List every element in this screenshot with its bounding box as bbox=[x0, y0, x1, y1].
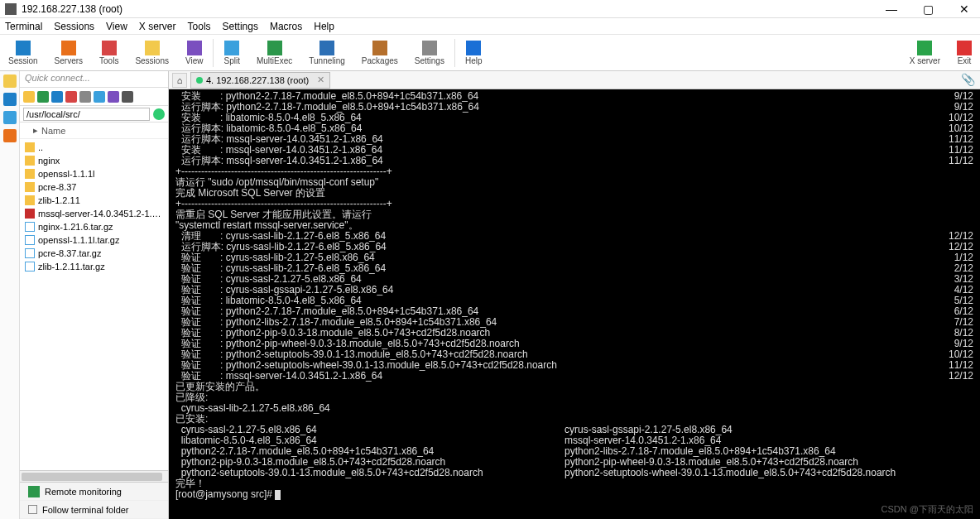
session-tab[interactable]: 4. 192.168.227.138 (root) ✕ bbox=[190, 72, 330, 89]
gz-icon bbox=[25, 222, 35, 232]
servers-icon bbox=[61, 41, 76, 55]
paperclip-icon[interactable]: 📎 bbox=[961, 73, 975, 86]
vertical-sidebar bbox=[0, 71, 20, 519]
toolbar-split[interactable]: Split bbox=[215, 39, 247, 67]
up-icon[interactable] bbox=[51, 91, 63, 103]
exit-icon bbox=[957, 41, 972, 55]
watermark: CSDN @下雨天的太阳 bbox=[882, 503, 973, 516]
file-list[interactable]: ..nginxopenssl-1.1.1lpcre-8.37zlib-1.2.1… bbox=[20, 139, 168, 470]
sessions-icon bbox=[145, 41, 160, 55]
file-row[interactable]: pcre-8.37.tar.gz bbox=[20, 247, 168, 260]
tools-icon bbox=[102, 41, 117, 55]
file-row[interactable]: nginx bbox=[20, 154, 168, 167]
file-row[interactable]: zlib-1.2.11.tar.gz bbox=[20, 260, 168, 273]
home-icon[interactable] bbox=[65, 91, 77, 103]
info-icon[interactable] bbox=[108, 91, 119, 103]
folder-icon bbox=[25, 182, 35, 192]
toolbar-tunneling[interactable]: Tunneling bbox=[300, 39, 353, 67]
edit-icon[interactable] bbox=[94, 91, 105, 103]
terminal-area: ⌂ 4. 192.168.227.138 (root) ✕ 📎 安装 : pyt… bbox=[169, 71, 980, 519]
folder-icon[interactable] bbox=[23, 91, 35, 103]
app-icon bbox=[5, 3, 17, 15]
ok-icon bbox=[153, 108, 165, 120]
file-row[interactable]: nginx-1.21.6.tar.gz bbox=[20, 220, 168, 233]
toolbar-servers[interactable]: Servers bbox=[46, 39, 91, 67]
remote-monitoring-button[interactable]: Remote monitoring bbox=[20, 483, 168, 501]
window-title: 192.168.227.138 (root) bbox=[22, 3, 881, 15]
settings-icon[interactable] bbox=[122, 91, 133, 103]
gz-icon bbox=[25, 248, 35, 258]
toolbar-tools[interactable]: Tools bbox=[91, 39, 127, 67]
menu-tools[interactable]: Tools bbox=[188, 21, 211, 32]
horizontal-scrollbar[interactable] bbox=[20, 470, 168, 482]
menu-help[interactable]: Help bbox=[314, 21, 334, 32]
disk-icon[interactable] bbox=[3, 129, 17, 142]
minimize-button[interactable]: — bbox=[881, 2, 902, 16]
menu-bar: TerminalSessionsViewX serverToolsSetting… bbox=[0, 18, 980, 35]
toolbar-session[interactable]: Session bbox=[0, 39, 46, 67]
window-titlebar: 192.168.227.138 (root) — ▢ ✕ bbox=[0, 0, 980, 18]
terminal-output[interactable]: 安装 : python2-2.7.18-7.module_el8.5.0+894… bbox=[169, 89, 980, 519]
close-button[interactable]: ✕ bbox=[954, 2, 975, 16]
settings-icon bbox=[422, 41, 437, 55]
star-icon[interactable] bbox=[3, 74, 17, 88]
toolbar-view[interactable]: View bbox=[177, 39, 212, 67]
file-row[interactable]: openssl-1.1.1l.tar.gz bbox=[20, 233, 168, 247]
close-tab-icon[interactable]: ✕ bbox=[317, 74, 324, 85]
toolbar-packages[interactable]: Packages bbox=[353, 39, 406, 67]
menu-macros[interactable]: Macros bbox=[270, 21, 302, 32]
menu-sessions[interactable]: Sessions bbox=[54, 21, 94, 32]
new-icon[interactable] bbox=[79, 91, 91, 103]
terminal-tabs: ⌂ 4. 192.168.227.138 (root) ✕ 📎 bbox=[169, 71, 980, 89]
folder-icon bbox=[25, 142, 35, 152]
file-row[interactable]: pcre-8.37 bbox=[20, 180, 168, 194]
home-tab[interactable]: ⌂ bbox=[172, 73, 187, 88]
toolbar-sessions[interactable]: Sessions bbox=[127, 39, 177, 67]
split-icon bbox=[224, 41, 239, 55]
multiexec-icon bbox=[267, 41, 282, 55]
toolbar-exit[interactable]: Exit bbox=[949, 39, 980, 67]
help-icon bbox=[466, 41, 481, 55]
menu-x-server[interactable]: X server bbox=[139, 21, 176, 32]
gz-icon bbox=[25, 235, 35, 245]
packages-icon bbox=[372, 41, 387, 55]
checkbox-icon[interactable] bbox=[28, 505, 37, 514]
rpm-icon bbox=[25, 209, 35, 219]
refresh-icon[interactable] bbox=[37, 91, 49, 103]
toolbar-multiexec[interactable]: MultiExec bbox=[248, 39, 300, 67]
file-row[interactable]: mssql-server-14.0.3451.2-1.x86_64.rpm bbox=[20, 207, 168, 220]
panel-toolbar bbox=[20, 88, 168, 106]
menu-settings[interactable]: Settings bbox=[223, 21, 258, 32]
file-row[interactable]: openssl-1.1.1l bbox=[20, 167, 168, 180]
x server-icon bbox=[917, 41, 932, 55]
view-icon bbox=[187, 41, 202, 55]
file-row[interactable]: .. bbox=[20, 141, 168, 154]
menu-view[interactable]: View bbox=[106, 21, 127, 32]
toolbar-help[interactable]: Help bbox=[457, 39, 491, 67]
gz-icon bbox=[25, 262, 35, 272]
follow-terminal-toggle[interactable]: Follow terminal folder bbox=[20, 501, 168, 519]
monitor-icon bbox=[28, 486, 40, 497]
tunneling-icon bbox=[319, 41, 334, 55]
quick-connect[interactable]: Quick connect... bbox=[20, 71, 168, 88]
maximize-button[interactable]: ▢ bbox=[917, 2, 939, 16]
main-toolbar: SessionServersToolsSessionsViewSplitMult… bbox=[0, 35, 980, 71]
path-row bbox=[20, 106, 168, 123]
file-row[interactable]: zlib-1.2.11 bbox=[20, 194, 168, 207]
file-browser-panel: Quick connect... ▸Name ..nginxopenssl-1.… bbox=[20, 71, 169, 519]
menu-terminal[interactable]: Terminal bbox=[5, 21, 42, 32]
folder-icon bbox=[25, 169, 35, 179]
folder-icon bbox=[25, 156, 35, 166]
globe-icon[interactable] bbox=[3, 93, 17, 106]
toolbar-settings[interactable]: Settings bbox=[406, 39, 453, 67]
file-list-header[interactable]: ▸Name bbox=[20, 123, 168, 139]
arrow-icon[interactable] bbox=[3, 111, 17, 124]
status-dot-icon bbox=[196, 77, 203, 84]
folder-icon bbox=[25, 195, 35, 205]
session-icon bbox=[16, 41, 31, 55]
path-input[interactable] bbox=[23, 108, 150, 121]
toolbar-x server[interactable]: X server bbox=[901, 39, 949, 67]
